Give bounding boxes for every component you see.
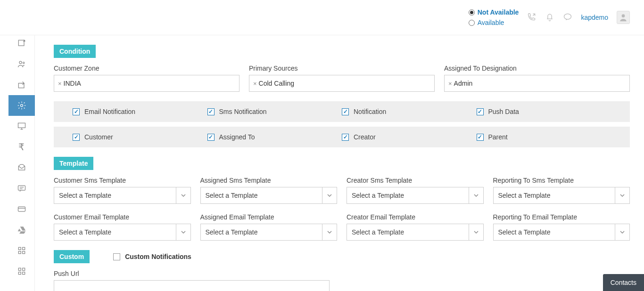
avatar[interactable] [617, 11, 630, 24]
customer-checkbox[interactable] [73, 134, 80, 141]
assigned-designation-input[interactable]: ×Admin [444, 75, 630, 92]
push-url-label: Push Url [54, 270, 630, 277]
sidebar-item-monitor[interactable] [8, 116, 35, 137]
sms-notification-checkbox[interactable] [207, 108, 215, 115]
chevron-down-icon [620, 230, 625, 234]
assigned-sms-select[interactable]: Select a Template [200, 187, 338, 204]
radio-icon [469, 9, 475, 16]
customer-sms-label: Customer Sms Template [54, 177, 191, 184]
assigned-email-label: Assigned Email Template [200, 213, 338, 221]
customer-zone-input[interactable]: ×INDIA [54, 75, 239, 92]
svg-point-7 [23, 62, 24, 64]
recipient-row: Customer Assigned To Creator Parent [54, 127, 630, 147]
chevron-down-icon [181, 230, 186, 234]
check-label: Email Notification [84, 108, 135, 115]
reporting-email-select[interactable]: Select a Template [493, 224, 630, 241]
user-icon [619, 13, 628, 22]
not-available-radio[interactable]: Not Available [469, 8, 519, 16]
reporting-email-label: Reporting To Email Template [493, 213, 630, 221]
sidebar-item-grid2[interactable] [8, 261, 35, 282]
not-available-label: Not Available [478, 8, 519, 16]
chevron-down-icon [474, 193, 479, 198]
check-label: Creator [354, 133, 376, 141]
username[interactable]: kapdemo [581, 14, 608, 21]
email-notification-checkbox[interactable] [73, 108, 80, 115]
sidebar-item-users[interactable] [8, 54, 35, 74]
customer-zone-label: Customer Zone [54, 65, 239, 72]
check-label: Parent [488, 133, 508, 141]
template-section-tag: Template [54, 157, 93, 170]
remove-tag-icon[interactable]: × [58, 80, 62, 87]
creator-checkbox[interactable] [342, 134, 349, 141]
sidebar-item-share[interactable] [8, 74, 35, 95]
assigned-sms-label: Assigned Sms Template [200, 177, 338, 184]
condition-section-tag: Condition [54, 45, 96, 58]
sidebar-item-1[interactable] [8, 33, 35, 54]
primary-sources-input[interactable]: ×Cold Calling [249, 75, 435, 92]
chevron-down-icon [327, 193, 332, 198]
creator-sms-select[interactable]: Select a Template [347, 187, 484, 204]
svg-point-3 [564, 14, 571, 19]
remove-tag-icon[interactable]: × [253, 80, 257, 87]
customer-email-label: Customer Email Template [54, 213, 191, 221]
creator-sms-label: Creator Sms Template [347, 177, 484, 184]
push-url-input[interactable] [54, 280, 330, 291]
phone-icon[interactable] [527, 12, 537, 23]
push-data-checkbox[interactable] [477, 108, 484, 115]
svg-point-4 [622, 14, 625, 17]
assigned-to-checkbox[interactable] [207, 134, 215, 141]
sidebar-item-inbox[interactable] [8, 157, 35, 178]
svg-rect-10 [18, 123, 25, 128]
reporting-sms-label: Reporting To Sms Template [493, 177, 630, 184]
chevron-down-icon [474, 230, 479, 234]
svg-rect-11 [18, 186, 25, 190]
svg-point-9 [20, 105, 23, 107]
available-label: Available [478, 19, 504, 26]
sidebar-item-card[interactable] [8, 199, 35, 219]
contacts-button[interactable]: Contacts [603, 274, 644, 291]
sidebar-item-currency[interactable]: ₹ [8, 137, 35, 157]
assigned-email-select[interactable]: Select a Template [200, 224, 338, 241]
sidebar-item-message[interactable] [8, 178, 35, 199]
chevron-down-icon [620, 193, 625, 198]
main-content: Condition Customer Zone ×INDIA Primary S… [35, 35, 644, 291]
custom-section-tag: Custom [54, 250, 90, 263]
notification-checkbox[interactable] [342, 108, 349, 115]
customer-sms-select[interactable]: Select a Template [54, 187, 191, 204]
availability-group: Not Available Available [469, 8, 519, 26]
reporting-sms-select[interactable]: Select a Template [493, 187, 630, 204]
remove-tag-icon[interactable]: × [448, 80, 452, 87]
tag-value: Cold Calling [259, 80, 294, 87]
notification-type-row: Email Notification Sms Notification Noti… [54, 101, 630, 122]
svg-rect-23 [22, 272, 25, 275]
available-radio[interactable]: Available [469, 19, 519, 26]
creator-email-select[interactable]: Select a Template [347, 224, 484, 241]
svg-rect-16 [18, 247, 21, 250]
sidebar: ₹ [8, 28, 35, 291]
check-label: Notification [354, 108, 386, 115]
chevron-down-icon [327, 230, 332, 234]
svg-rect-22 [18, 272, 21, 275]
sidebar-item-grid1[interactable] [8, 240, 35, 261]
svg-point-6 [19, 61, 22, 64]
rupee-icon: ₹ [18, 141, 25, 153]
bell-icon[interactable] [545, 12, 554, 23]
custom-notifications-checkbox[interactable] [113, 253, 120, 260]
sidebar-item-settings[interactable] [8, 95, 35, 116]
radio-icon [469, 20, 475, 26]
parent-checkbox[interactable] [477, 134, 484, 141]
check-label: Push Data [488, 108, 519, 115]
svg-rect-17 [22, 247, 25, 250]
svg-rect-21 [22, 268, 25, 270]
tag-value: Admin [454, 80, 473, 87]
primary-sources-label: Primary Sources [249, 65, 435, 72]
assigned-designation-label: Assigned To Designation [444, 65, 630, 72]
tag-value: INDIA [64, 80, 81, 87]
check-label: Assigned To [219, 133, 255, 141]
creator-email-label: Creator Email Template [347, 213, 484, 221]
svg-rect-18 [18, 251, 21, 254]
chat-icon[interactable] [563, 12, 572, 23]
custom-notifications-label: Custom Notifications [125, 253, 191, 260]
customer-email-select[interactable]: Select a Template [54, 224, 191, 241]
sidebar-item-drive[interactable] [8, 219, 35, 240]
